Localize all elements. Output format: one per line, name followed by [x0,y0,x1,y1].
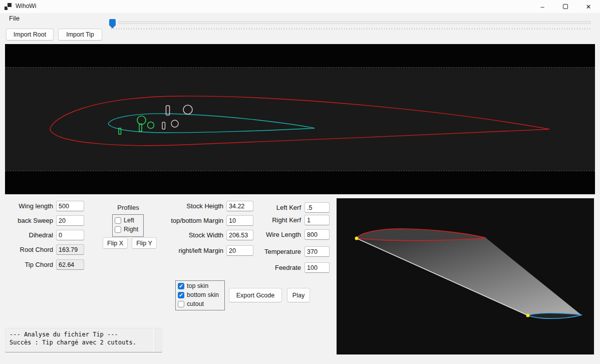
minimize-button[interactable]: – [531,0,554,13]
maximize-button[interactable] [554,0,577,13]
stock-height-label: Stock Heigth [165,201,223,211]
wing-3d-drawing [337,198,594,354]
left-kerf-input[interactable] [305,202,330,213]
root-leading-edge-marker [355,237,359,240]
left-kerf-label: Left Kerf [245,202,301,213]
tip-chord-value [56,259,84,270]
top-bottom-margin-label: top/bottom Margin [165,215,223,226]
profile-right-label: Right [124,226,138,233]
minimize-icon: – [540,3,544,11]
temperature-label: Temperature [245,246,301,257]
root-airfoil-3d [357,229,486,241]
profile-left-checkbox[interactable] [115,217,121,224]
right-kerf-input[interactable] [305,215,330,225]
top-skin-label: top skin [187,282,208,289]
wing-3d-preview-canvas[interactable] [337,198,594,354]
root-chord-label: Root Chord [7,244,53,255]
window-title: WihoWi [16,3,36,10]
wing-surface [357,238,582,315]
export-gcode-button[interactable]: Export Gcode [229,288,282,302]
cutout-checkbox[interactable] [178,301,184,307]
app-icon [5,3,12,10]
tip-cutout-rect-large [139,124,142,132]
top-skin-checkbox[interactable] [178,283,184,289]
menu-file[interactable]: File [7,14,22,23]
log-text: --- Analyse du fichier Tip ---Succès : T… [10,330,152,346]
wire-length-input[interactable] [305,229,330,240]
maximize-icon [563,4,568,9]
profile-right-checkbox-row[interactable]: Right [115,226,138,233]
close-button[interactable]: ✕ [577,0,600,13]
back-sweep-label: back Sweep [7,215,53,226]
profiles-group-title: Profiles [113,204,144,211]
profile-left-label: Left [124,217,134,224]
flip-x-button[interactable]: Flip X [103,237,128,249]
bottom-skin-checkbox-row[interactable]: bottom skin [178,291,219,298]
wing-length-input[interactable] [56,201,84,211]
bottom-skin-checkbox[interactable] [178,292,184,298]
root-airfoil-outline [50,96,549,146]
bottom-skin-label: bottom skin [187,291,219,298]
wing-position-slider-thumb[interactable] [109,19,116,29]
log-line-2: Succès : Tip chargé avec 2 cutouts. [10,339,136,346]
right-kerf-label: Right Kerf [245,215,301,225]
dihedral-input[interactable] [56,230,84,240]
app-window: WihoWi – ✕ File Import Root Import Tip [0,0,600,364]
dihedral-label: Dihedral [7,230,53,240]
wire-length-label: Wire Length [245,229,301,240]
right-left-margin-label: right/left Margin [165,245,223,256]
play-button[interactable]: Play [287,288,310,302]
stock-width-label: Stock Width [165,230,223,240]
profile-2d-canvas[interactable] [5,44,595,194]
feedrate-label: Feedrate [245,262,301,273]
temperature-input[interactable] [305,246,330,257]
profile-2d-drawing [5,44,595,194]
tip-cutout-circle-small [148,122,154,129]
log-textbox[interactable]: --- Analyse du fichier Tip ---Succès : T… [5,328,162,352]
wing-position-slider-track[interactable] [118,21,591,24]
wing-length-label: Wing length [7,201,53,211]
tip-leading-edge-marker [526,314,530,317]
profile-left-checkbox-row[interactable]: Left [115,217,134,224]
root-chord-value [56,244,84,255]
cutout-checkbox-row[interactable]: cutout [178,300,204,307]
flip-y-button[interactable]: Flip Y [132,237,157,249]
root-cutout-rect-lower [162,122,165,129]
root-cutout-circle-upper [183,105,192,114]
top-skin-checkbox-row[interactable]: top skin [178,282,208,289]
profile-right-checkbox[interactable] [115,226,121,233]
feedrate-input[interactable] [305,262,330,273]
slider-tick-marks [111,28,591,30]
root-cutout-circle-lower [171,120,178,127]
cutout-label: cutout [187,300,204,307]
tip-cutout-circle-large [137,116,146,125]
log-line-1: --- Analyse du fichier Tip --- [10,331,118,338]
close-icon: ✕ [586,3,591,11]
import-tip-button[interactable]: Import Tip [58,29,102,41]
titlebar: WihoWi – ✕ [0,0,600,13]
import-root-button[interactable]: Import Root [6,29,54,41]
back-sweep-input[interactable] [56,215,84,226]
tip-airfoil-3d [528,313,582,318]
log-scrollbar[interactable] [153,329,161,351]
tip-chord-label: Tip Chord [7,259,53,270]
